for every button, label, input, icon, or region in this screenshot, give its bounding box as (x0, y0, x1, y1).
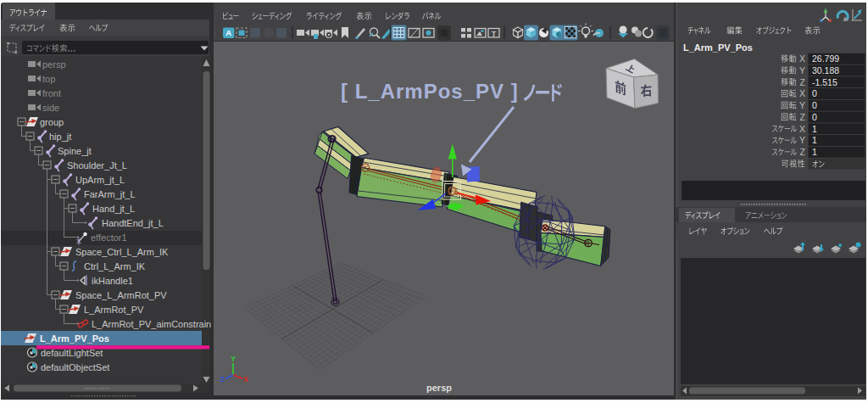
svg-text:Z: Z (800, 112, 806, 122)
svg-text:UpArm_jt_L: UpArm_jt_L (75, 175, 125, 185)
svg-text:A: A (225, 28, 231, 37)
svg-text:Hand_jt_L: Hand_jt_L (92, 204, 135, 214)
svg-text:defaultObjectSet: defaultObjectSet (41, 362, 109, 372)
svg-text:[ L_ArmPos_PV ]: [ L_ArmPos_PV ] (341, 80, 519, 103)
svg-text:T: T (492, 30, 497, 38)
svg-text:persp: persp (42, 59, 66, 70)
svg-text:Y: Y (231, 355, 236, 363)
svg-text:Shoulder_Jt_L: Shoulder_Jt_L (67, 160, 127, 171)
svg-text:hip_jt: hip_jt (49, 132, 71, 142)
svg-text:X: X (799, 53, 805, 64)
svg-text:L_Arm_PV_Pos: L_Arm_PV_Pos (40, 333, 109, 344)
svg-text:HandtEnd_jt_L: HandtEnd_jt_L (102, 218, 164, 228)
svg-text:Space_Ctrl_L_Arm_IK: Space_Ctrl_L_Arm_IK (75, 247, 169, 257)
svg-text:L_ArmRot_PV_aimConstrain: L_ArmRot_PV_aimConstrain (92, 319, 211, 329)
svg-text:0: 0 (812, 112, 817, 122)
svg-text:X: X (799, 124, 805, 134)
svg-text:Y: Y (799, 135, 805, 145)
svg-text:Z: Z (800, 77, 806, 87)
svg-text:1: 1 (812, 147, 817, 157)
svg-text:Z: Z (220, 375, 224, 383)
svg-text:30.188: 30.188 (812, 65, 839, 76)
svg-text:1: 1 (812, 124, 817, 134)
svg-text:effector1: effector1 (91, 232, 127, 243)
svg-text:Ctrl_L_Arm_IK: Ctrl_L_Arm_IK (84, 261, 146, 271)
svg-text:ikHandle1: ikHandle1 (92, 276, 133, 286)
svg-text:-1.515: -1.515 (812, 77, 837, 87)
svg-text:X: X (799, 88, 805, 98)
svg-text:group: group (40, 117, 64, 127)
svg-text:1: 1 (812, 135, 817, 145)
svg-text:X: X (243, 375, 248, 383)
svg-text:FarArm_jt_L: FarArm_jt_L (84, 189, 136, 199)
svg-text:top: top (42, 74, 55, 84)
svg-text:persp: persp (426, 383, 452, 393)
svg-text:26.799: 26.799 (812, 53, 839, 64)
svg-text:L_ArmRot_PV: L_ArmRot_PV (84, 305, 144, 315)
svg-text:Z: Z (800, 147, 806, 157)
svg-text:side: side (42, 103, 59, 113)
svg-text:Y: Y (799, 65, 805, 76)
svg-text:front: front (42, 88, 61, 98)
svg-text:L_Arm_PV_Pos: L_Arm_PV_Pos (683, 42, 753, 53)
svg-text:0: 0 (812, 88, 817, 98)
svg-text:0: 0 (812, 100, 817, 110)
svg-text:Space_L_ArmRot_PV: Space_L_ArmRot_PV (75, 290, 167, 300)
svg-text:Spine_jt: Spine_jt (58, 146, 92, 156)
svg-text:Y: Y (799, 100, 805, 110)
